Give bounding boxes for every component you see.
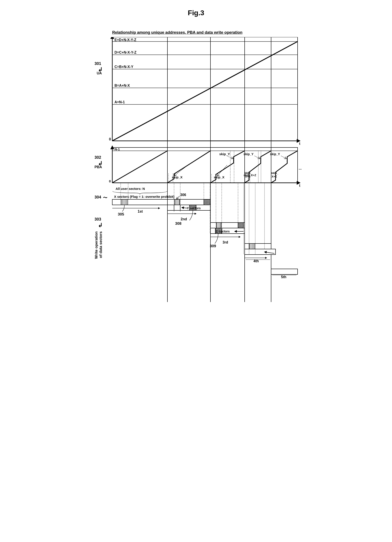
skip-y-3: skip_Y — [219, 152, 230, 156]
write-axis-label-2: of data sectors — [99, 231, 103, 258]
svg-rect-51 — [245, 244, 271, 249]
cycle5: 5th — [271, 269, 298, 279]
svg-line-18 — [112, 42, 298, 141]
chart-title: Relationship among unique addresses, PBA… — [112, 30, 306, 35]
svg-rect-6 — [112, 37, 298, 141]
svg-line-23 — [112, 151, 167, 183]
lbl-1st: 1st — [138, 210, 143, 213]
ref-309: 309 — [210, 244, 216, 248]
skip-x-2: skip_X — [172, 175, 182, 179]
ref-304: 304 — [95, 195, 101, 200]
lbl-4th: 4th — [254, 259, 259, 263]
cycle1: 1st 305 — [112, 199, 167, 216]
ref-306: 306 — [180, 193, 186, 197]
figure-label: Fig.3 — [86, 9, 306, 17]
cycle3: Z sectors 3rd 309 — [210, 222, 245, 248]
tick-Nm1: N-1 — [115, 147, 120, 151]
ref-301: 301 — [95, 61, 101, 66]
tick-B: B=A+N-X — [115, 84, 130, 87]
tick-C: C=B+N-X-Y — [115, 65, 133, 69]
tick-0p: 0 — [109, 179, 111, 183]
skip-x-3: skip_X — [214, 175, 224, 179]
ref-308: 308 — [175, 222, 181, 226]
page: Fig.3 Relationship among unique addresse… — [86, 9, 306, 303]
tick-E: E=D+N-X-Y-Z — [115, 38, 136, 42]
skip-y-4: skip_Y — [244, 152, 254, 156]
write-axis-label-1: Write operation — [94, 231, 99, 259]
lbl-3rd: 3rd — [222, 240, 228, 244]
lbl-5th: 5th — [281, 275, 286, 279]
svg-rect-53 — [245, 249, 275, 255]
skip-xz-5b: X+Z — [271, 175, 277, 178]
skip-xz-4b: X+Z — [245, 175, 250, 178]
tick-0: 0 — [109, 137, 111, 141]
x-sectors-label: X sectors (Flag = 1: overwrite prohibit) — [114, 195, 175, 199]
svg-wrap: A=N-1 B=A+N-X C=B+N-X-Y D=C+N-X-Y-Z E=D+… — [108, 37, 302, 303]
svg-rect-36 — [121, 199, 128, 205]
svg-rect-39 — [175, 199, 180, 205]
tick-D: D=C+N-X-Y-Z — [115, 51, 137, 54]
skip-y-5: skip_Y — [270, 152, 280, 156]
ref-302: 302 — [95, 155, 101, 160]
ref-303: 303 — [95, 217, 101, 222]
t-label: t — [299, 142, 301, 146]
diagram-svg: A=N-1 B=A+N-X C=B+N-X-Y D=C+N-X-Y-Z E=D+… — [108, 37, 302, 302]
all-sectors-label: All user sectors: N — [116, 187, 145, 190]
left-labels: 301 ↲ UA 302 ↲ PBA 304 〜 303 ↲ Write ope… — [86, 37, 108, 303]
skip-xz-4a: skip_ — [245, 171, 252, 175]
svg-rect-42 — [174, 205, 180, 210]
ref-curve-icon: 〜 — [103, 195, 107, 201]
skip-xz-5a: skip_ — [271, 171, 279, 175]
svg-rect-19 — [112, 147, 298, 183]
z-sectors-label: Z sectors — [216, 230, 230, 233]
write-panel: All user sectors: N X sectors (Flag = 1:… — [112, 183, 298, 279]
chart-container: 301 ↲ UA 302 ↲ PBA 304 〜 303 ↲ Write ope… — [86, 37, 306, 303]
svg-rect-56 — [271, 269, 298, 274]
pba-panel: skip_X skip_X skip_Y — [109, 146, 302, 187]
svg-rect-46 — [216, 222, 221, 228]
lbl-2nd: 2nd — [181, 217, 187, 221]
y-sectors-label: Y sectors — [187, 206, 201, 210]
pba-axis-label: PBA — [95, 165, 102, 169]
svg-rect-47 — [238, 222, 244, 228]
svg-rect-40 — [204, 199, 211, 205]
tick-A: A=N-1 — [115, 100, 125, 104]
ua-panel: A=N-1 B=A+N-X C=B+N-X-Y D=C+N-X-Y-Z E=D+… — [109, 37, 301, 302]
ref-curve-icon: ↲ — [98, 222, 103, 229]
svg-rect-52 — [249, 244, 255, 249]
t-label-p: t — [299, 184, 301, 187]
ellipsis: ... — [299, 167, 302, 170]
svg-rect-35 — [112, 199, 167, 205]
ua-axis-label: UA — [97, 71, 102, 75]
ref-305: 305 — [118, 212, 124, 216]
